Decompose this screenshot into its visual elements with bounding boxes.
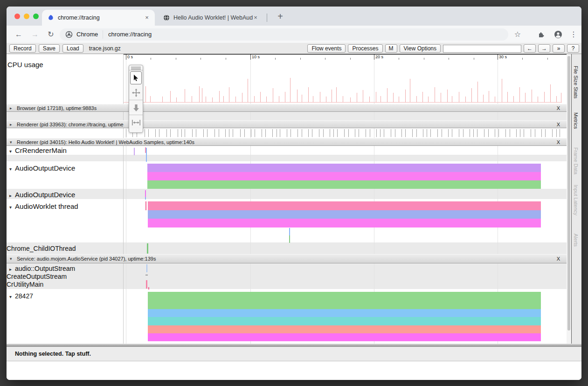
trace-slice-bar[interactable] xyxy=(147,172,541,180)
scrollbar-thumb[interactable] xyxy=(567,56,570,331)
collapse-arrow-icon[interactable]: ▸ xyxy=(9,193,12,198)
thread-audiooutputdevice-1[interactable]: ▾AudioOutputDevice xyxy=(9,164,75,172)
thread-audiooutputdevice-2[interactable]: ▸AudioOutputDevice xyxy=(9,191,75,199)
tool-palette[interactable] xyxy=(129,65,143,133)
trace-tick xyxy=(291,129,291,137)
find-more-button[interactable]: » xyxy=(553,44,565,53)
right-tab-frame-data[interactable]: Frame Data xyxy=(573,147,579,174)
expand-arrow-icon[interactable]: ▾ xyxy=(10,255,12,263)
cpu-spike xyxy=(162,96,163,102)
trace-tick xyxy=(155,129,156,137)
find-previous-button[interactable]: ← xyxy=(524,44,536,53)
timeline-canvas[interactable]: 0 s10 s20 s30 s xyxy=(124,54,567,344)
bookmark-star-icon[interactable]: ☆ xyxy=(512,29,523,40)
thread-createoutputstream[interactable]: CreateOutputStream xyxy=(7,273,67,280)
trace-slice-bar[interactable] xyxy=(148,201,541,210)
collapse-arrow-icon[interactable]: ▾ xyxy=(9,205,12,210)
extensions-icon[interactable] xyxy=(536,29,546,40)
processes-button[interactable]: Processes xyxy=(348,44,382,53)
palette-drag-handle[interactable] xyxy=(129,65,143,70)
collapse-arrow-icon[interactable]: ▾ xyxy=(9,149,12,154)
cpu-spike xyxy=(219,91,220,102)
back-button[interactable]: ← xyxy=(14,29,24,40)
trace-tick xyxy=(344,129,345,137)
process-header-renderer-webaudio[interactable]: ▾ Renderer (pid 34015): Hello Audio Work… xyxy=(7,138,567,146)
pan-tool-button[interactable] xyxy=(129,85,143,100)
cpu-spike xyxy=(326,96,326,102)
help-button[interactable]: ? xyxy=(567,44,579,53)
expand-arrow-icon[interactable]: ▾ xyxy=(10,138,12,146)
flow-events-button[interactable]: Flow events xyxy=(307,44,346,53)
ruler-minor-tick xyxy=(399,58,399,60)
expand-arrow-icon[interactable]: ▸ xyxy=(10,121,12,128)
trace-slice-bar[interactable] xyxy=(148,309,541,317)
trace-slice-bar[interactable] xyxy=(148,210,541,219)
trace-tick xyxy=(437,129,438,137)
vertical-scrollbar[interactable] xyxy=(567,54,571,344)
zoom-tool-button[interactable] xyxy=(129,100,143,115)
trace-slice-bar[interactable] xyxy=(147,164,541,172)
thread-28427[interactable]: ▾28427 xyxy=(9,292,33,300)
right-tab-metrics[interactable]: Metrics xyxy=(573,112,579,129)
trace-tick xyxy=(355,129,355,137)
close-track-button[interactable]: X xyxy=(557,138,560,146)
analysis-splitter[interactable] xyxy=(7,344,581,347)
trace-slice-bar[interactable] xyxy=(148,219,541,227)
expand-arrow-icon[interactable]: ▸ xyxy=(10,104,12,112)
thread-chrome-childiothread[interactable]: Chrome_ChildIOThread xyxy=(7,245,76,252)
tab-close-icon[interactable]: × xyxy=(143,14,151,21)
thread-crrenderermain[interactable]: ▾CrRendererMain xyxy=(9,146,67,154)
right-tab-input-latency[interactable]: Input Latency xyxy=(573,185,579,215)
tab-close-icon[interactable]: × xyxy=(252,14,259,21)
trace-slice-bar[interactable] xyxy=(148,325,541,333)
tab-webaudio[interactable]: Hello Audio Worklet! | WebAud × xyxy=(158,10,263,26)
menu-kebab-icon[interactable]: ⋮ xyxy=(568,29,579,40)
close-track-button[interactable]: X xyxy=(557,104,560,112)
thread-crutilitymain[interactable]: CrUtilityMain xyxy=(7,281,43,288)
tab-tracing[interactable]: chrome://tracing × xyxy=(42,10,155,26)
close-track-button[interactable]: X xyxy=(557,121,560,128)
trace-slice-bar[interactable] xyxy=(147,180,541,189)
right-tab-file-size-stats[interactable]: File Size Stats xyxy=(573,66,579,98)
record-button[interactable]: Record xyxy=(9,44,36,53)
new-tab-button[interactable]: + xyxy=(273,10,287,24)
select-tool-button[interactable] xyxy=(130,71,142,84)
metrics-m-button[interactable]: M xyxy=(385,44,397,53)
reload-button[interactable]: ↻ xyxy=(46,29,56,40)
trace-tick xyxy=(330,129,330,137)
load-button[interactable]: Load xyxy=(62,44,83,53)
close-window-button[interactable] xyxy=(14,14,20,19)
close-track-button[interactable]: X xyxy=(557,255,560,263)
trace-tick xyxy=(323,129,324,137)
trace-slice-bar[interactable] xyxy=(148,292,541,309)
find-next-button[interactable]: → xyxy=(538,44,550,53)
collapse-arrow-icon[interactable]: ▾ xyxy=(9,166,12,172)
trace-slice-bar[interactable] xyxy=(148,317,541,325)
find-input[interactable] xyxy=(443,45,521,53)
trace-tick xyxy=(225,129,226,137)
timing-tool-button[interactable] xyxy=(129,115,143,130)
right-tab-alerts[interactable]: Alerts xyxy=(573,234,579,247)
thread-audio-outputstream[interactable]: ▸audio::OutputStream xyxy=(9,265,75,272)
zoom-window-button[interactable] xyxy=(33,14,39,19)
process-header-audioservice[interactable]: ▾ Service: audio.mojom.AudioService (pid… xyxy=(7,254,567,263)
trace-slice-bar[interactable] xyxy=(148,333,541,341)
ruler-minor-tick xyxy=(151,58,151,60)
minimize-window-button[interactable] xyxy=(24,14,29,19)
process-header-browser[interactable]: ▸ Browser (pid 17218), uptime:9883s X xyxy=(7,104,567,112)
cpu-spike xyxy=(350,97,351,102)
collapse-arrow-icon[interactable]: ▸ xyxy=(9,267,12,272)
trace-tick xyxy=(244,129,245,137)
ruler-minor-tick xyxy=(325,58,325,60)
view-options-button[interactable]: View Options xyxy=(400,44,441,53)
trace-tick xyxy=(391,129,391,137)
forward-button[interactable]: → xyxy=(30,29,40,40)
omnibox[interactable]: Chrome chrome://tracing xyxy=(60,28,508,41)
profile-avatar-icon[interactable] xyxy=(553,29,563,40)
trace-tick xyxy=(308,129,309,137)
save-button[interactable]: Save xyxy=(39,44,60,53)
thread-audioworklet[interactable]: ▾AudioWorklet thread xyxy=(9,202,78,210)
process-header-renderer-tracing[interactable]: ▸ Renderer (pid 33963): chrome://tracing… xyxy=(7,120,567,128)
trace-tick xyxy=(170,129,171,137)
collapse-arrow-icon[interactable]: ▾ xyxy=(9,294,12,299)
